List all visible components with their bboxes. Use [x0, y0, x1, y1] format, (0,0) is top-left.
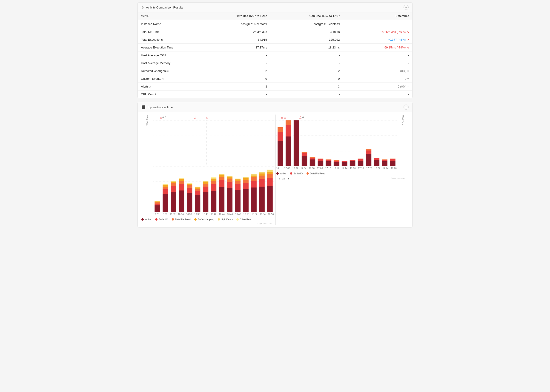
left-legend: activeBufferIODataFileReadBufferMappingS… — [141, 216, 274, 222]
table-row: Alerts△330 (0%) = — [138, 83, 412, 91]
col1-cell: 84,915 — [198, 36, 270, 44]
legend-label: BufferIO — [293, 172, 303, 175]
metric-cell: Custom Events□ — [138, 75, 198, 83]
diff-cell: 1h 25m 35s (-69%) ↘ — [343, 28, 412, 36]
table-row: Total DB Time2h 3m 39s38m 4s1h 25m 35s (… — [138, 28, 412, 36]
pager-down-button[interactable]: ▼ — [287, 177, 290, 180]
legend-item: BufferIO — [155, 218, 168, 221]
right-footer: ▲ 1/5 ▼ Highcharts.com — [276, 176, 409, 180]
chart-container: △ ⇄ 2 △ △ Wait Time — [138, 112, 412, 227]
metric-cell: Host Average CPU — [138, 51, 198, 59]
col1-cell: - — [198, 91, 270, 98]
legend-dot — [155, 218, 157, 221]
table-row: Total Executions84,915125,29240,377 (48%… — [138, 36, 412, 44]
waits-collapse-button[interactable]: − — [404, 105, 409, 110]
x-label: 16:52 — [251, 213, 257, 216]
col2-cell: 18.23ms — [270, 44, 343, 51]
right-chart-pane: △ △ △ ⇄ 16:…17:0017:021 — [276, 114, 409, 225]
x-label: 17:02 — [293, 167, 298, 170]
legend-label: DataFileRead — [310, 172, 325, 175]
charts-row: △ ⇄ 2 △ △ Wait Time — [141, 114, 409, 225]
x-label: 16:… — [276, 167, 282, 170]
activity-collapse-button[interactable]: − — [404, 5, 409, 10]
activity-table-wrapper: Metric 19th Dec 16:27 to 16:57 19th Dec … — [138, 12, 412, 98]
right-chart-with-axis: 16:…17:0017:0217:0417:0617:0817:1017:121… — [276, 120, 409, 170]
legend-label: DataFileRead — [175, 218, 191, 221]
legend-item: DataFileRead — [172, 218, 191, 221]
table-row: CPU Count--- — [138, 91, 412, 98]
legend-label: BufferMapping — [198, 218, 214, 221]
right-chart-canvas — [276, 120, 397, 166]
col1-cell: 87.37ms — [198, 44, 270, 51]
waits-card-title: Top waits over time — [147, 105, 173, 109]
left-chart-with-axis: Wait Time — [141, 120, 274, 216]
table-row: Average Execution Time87.37ms18.23ms69.1… — [138, 44, 412, 51]
col1-cell: - — [198, 51, 270, 59]
col2-cell: postgres16-centos9 — [270, 20, 343, 28]
pager-count: 1/5 — [282, 177, 285, 180]
x-label: 17:14 — [342, 167, 347, 170]
table-row: Custom Events□000 = — [138, 75, 412, 83]
x-label: 16:50 — [243, 213, 249, 216]
col1-cell: 0 — [198, 75, 270, 83]
x-label: 17:06 — [309, 167, 314, 170]
x-label: 16:54 — [260, 213, 265, 216]
alert-icon-2: △ — [194, 116, 196, 119]
metric-cell: Average Execution Time — [138, 44, 198, 51]
col1-cell: 3 — [198, 83, 270, 91]
x-label: 16:32 — [170, 213, 175, 216]
table-row: Instance Namepostgres16-centos9postgres1… — [138, 20, 412, 28]
col2-cell: 38m 4s — [270, 28, 343, 36]
left-chart-canvas — [153, 166, 274, 212]
pager-triangle-icon: ▲ — [278, 177, 281, 180]
col2-cell: 2 — [270, 67, 343, 75]
x-label: 17:24 — [383, 167, 388, 170]
table-row: Detected Changes⇄220 (0%) = — [138, 67, 412, 75]
change-icon-1: ⇄ — [162, 116, 164, 119]
x-label: 16:46 — [227, 213, 233, 216]
metric-cell: Total DB Time — [138, 28, 198, 36]
col-period1: 19th Dec 16:27 to 16:57 — [198, 12, 270, 20]
waits-title-group: ⬛ Top waits over time — [141, 105, 173, 109]
activity-card-title: Activity Comparison Results — [146, 6, 183, 9]
change-icon-r1: ⇄ — [302, 116, 304, 119]
alert-icon-1: △ — [160, 116, 162, 119]
right-legend: activeBufferIODataFileRead — [276, 170, 409, 176]
diff-cell: - — [343, 59, 412, 67]
table-header-row: Metric 19th Dec 16:27 to 16:57 19th Dec … — [138, 12, 412, 20]
highcharts-credit-left: Highcharts.com — [141, 222, 274, 225]
legend-item: ClientRead — [236, 218, 252, 221]
legend-item: DataFileRead — [307, 172, 325, 175]
card-title-group: ⊙ Activity Comparison Results — [141, 6, 183, 9]
diff-cell — [343, 20, 412, 28]
legend-item: active — [276, 172, 286, 175]
x-label: 17:26 — [391, 167, 397, 170]
legend-dot — [290, 172, 292, 175]
metric-cell: Total Executions — [138, 36, 198, 44]
left-chart-svg: 10m 6m 40s 3m 20s — [153, 120, 274, 166]
alert-icon-3: △ — [206, 116, 208, 119]
col-metric: Metric — [138, 12, 198, 20]
y-axis-label-left: Wait Time — [146, 115, 149, 126]
col2-cell: 125,292 — [270, 36, 343, 44]
x-label: 17:22 — [374, 167, 380, 170]
activity-card-header: ⊙ Activity Comparison Results − — [138, 2, 412, 12]
x-label: 16:40 — [203, 213, 208, 216]
col2-cell: - — [270, 51, 343, 59]
x-label: 17:08 — [317, 167, 323, 170]
right-bars-area — [276, 120, 397, 166]
waits-card-header: ⬛ Top waits over time − — [138, 102, 412, 112]
metric-cell: CPU Count — [138, 91, 198, 98]
legend-label: active — [145, 218, 151, 221]
legend-dot — [276, 172, 279, 175]
legend-item: active — [141, 218, 151, 221]
table-row: Host Average Memory--- — [138, 59, 412, 67]
diff-cell: 0 = — [343, 75, 412, 83]
left-chart-pane: △ ⇄ 2 △ △ Wait Time — [141, 114, 274, 225]
metric-cell: Alerts△ — [138, 83, 198, 91]
right-annotations: △ △ △ ⇄ — [276, 114, 409, 120]
alert-icon-r3: △ — [299, 116, 301, 119]
diff-cell: - — [343, 91, 412, 98]
x-label: 16:56 — [268, 213, 274, 216]
x-label: 17:16 — [350, 167, 356, 170]
